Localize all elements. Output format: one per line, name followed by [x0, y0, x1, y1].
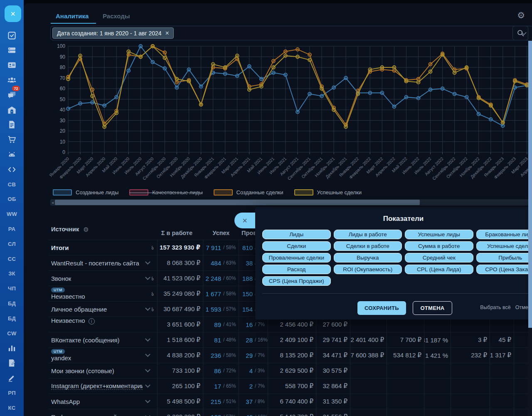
- sidebar-item-code[interactable]: [0, 163, 24, 176]
- chevron-down-icon[interactable]: [145, 367, 150, 372]
- svg-text:10: 10: [60, 139, 66, 145]
- metric-toggle-button[interactable]: CPS (Цена Продажи): [262, 276, 331, 286]
- sidebar-item-св[interactable]: СВ: [0, 178, 24, 191]
- sidebar-item-robot[interactable]: [0, 148, 24, 161]
- metric-toggle-button[interactable]: Проваленные сделки: [262, 253, 331, 262]
- vertical-scroll-thumb[interactable]: [528, 41, 532, 328]
- search-button[interactable]: [512, 26, 528, 40]
- table-row[interactable]: Radarrr.ru заявка с сайта2 300 300 ₽163/…: [49, 409, 532, 416]
- metric-toggle-button[interactable]: Расход: [262, 265, 331, 274]
- source-name: Instagram (директ+комментарии): [49, 379, 143, 394]
- chevron-down-icon[interactable]: [145, 352, 150, 357]
- sidebar-item-tasks[interactable]: [0, 29, 24, 42]
- metric-toggle-button[interactable]: Сделки в работе: [334, 241, 402, 251]
- sidebar-item-people[interactable]: [0, 74, 24, 86]
- chevron-down-icon[interactable]: [145, 305, 150, 311]
- source-name: Radarrr.ru заявка с сайта: [49, 409, 143, 416]
- chevron-down-icon[interactable]: [145, 382, 150, 388]
- table-row[interactable]: Instagram (директ+комментарии)265 100 ₽1…: [49, 378, 532, 394]
- revenue-cell: 8 135 200 ₽: [268, 348, 316, 363]
- sidebar-item-contacts[interactable]: [0, 59, 24, 72]
- info-icon[interactable]: i: [89, 318, 95, 324]
- success-cell: 86/ 72%: [203, 363, 239, 378]
- chevron-down-icon[interactable]: [145, 275, 150, 280]
- chevron-down-icon[interactable]: [145, 259, 150, 265]
- cpo-cell: [490, 363, 514, 378]
- horizontal-scroll-thumb[interactable]: [55, 200, 420, 205]
- table-row[interactable]: WhatsApp5 498 500 ₽215/ 51%37/ 8%6 740 4…: [49, 394, 532, 409]
- expense-cell: [387, 409, 424, 416]
- modal-close-button[interactable]: ×: [234, 213, 255, 228]
- table-row[interactable]: UTMyandex4 838 200 ₽236/ 58%29/ 7%8 135 …: [49, 347, 532, 363]
- sidebar-item-document[interactable]: [0, 119, 24, 131]
- roi-cell: [424, 379, 451, 394]
- metric-toggle-button[interactable]: Успешные сделки: [476, 241, 532, 251]
- sidebar-item-cart[interactable]: [0, 134, 24, 146]
- metric-toggle-button[interactable]: Лиды в работе: [334, 230, 402, 239]
- sum-in-progress: 265 100 ₽: [158, 379, 203, 394]
- sidebar-item-сл[interactable]: СЛ: [0, 238, 24, 250]
- svg-text:60: 60: [60, 86, 66, 92]
- avg-check-cell: 34 471 ₽: [316, 348, 350, 363]
- select-all-link[interactable]: Выбрать всё: [480, 305, 511, 310]
- expense-cell: [387, 363, 424, 378]
- sidebar-item-чп[interactable]: ЧП: [0, 282, 24, 295]
- horizontal-scrollbar[interactable]: ◂ ▸: [50, 199, 532, 206]
- metric-toggle-button[interactable]: CPL (Цена Лида): [405, 265, 473, 274]
- tab-expenses[interactable]: Расходы: [103, 12, 130, 20]
- legend-swatch: [53, 189, 72, 196]
- filter-bar[interactable]: Дата создания: 1 янв 2020 - 1 авг 2024 ×: [50, 26, 532, 40]
- chevron-down-icon[interactable]: [145, 413, 150, 416]
- metric-toggle-button[interactable]: Сумма в работе: [405, 241, 473, 251]
- date-filter-chip[interactable]: Дата создания: 1 янв 2020 - 1 авг 2024 ×: [52, 27, 174, 39]
- sidebar-item-бд[interactable]: БД: [0, 297, 24, 310]
- sidebar-item-ра[interactable]: РА: [0, 223, 24, 235]
- metric-toggle-button[interactable]: Успешные лиды: [405, 230, 473, 239]
- sidebar-item-bar-chart[interactable]: [0, 342, 24, 354]
- source-name: UTMyandex: [49, 348, 143, 363]
- sidebar-item-ww[interactable]: WW: [0, 208, 24, 220]
- metric-toggle-button[interactable]: ROI (Окупаемость): [334, 265, 402, 274]
- sidebar-item-cw[interactable]: CW: [0, 327, 24, 339]
- metric-toggle-button[interactable]: Сделки: [262, 241, 331, 251]
- metric-toggle-button[interactable]: Выручка: [334, 253, 402, 262]
- settings-gear-icon[interactable]: ⚙: [517, 10, 525, 20]
- svg-text:50: 50: [60, 97, 66, 102]
- sidebar-item-об[interactable]: ОБ: [0, 193, 24, 206]
- metric-toggle-button[interactable]: Прибыль: [476, 253, 532, 262]
- sidebar-close-button[interactable]: ×: [5, 5, 21, 22]
- table-row[interactable]: Мои звонки (сотовые)733 100 ₽86/ 72%4/ 3…: [49, 363, 532, 378]
- cpl-cell: [451, 379, 490, 394]
- sidebar-item-сс[interactable]: СС: [0, 253, 24, 265]
- sidebar-item-warehouse[interactable]: [0, 104, 24, 116]
- legend-item[interactable]: Успешные сделки: [294, 189, 362, 196]
- sidebar-item-кс[interactable]: КС: [0, 401, 24, 414]
- legend-item[interactable]: Качественные лиды: [129, 189, 202, 196]
- chevron-down-icon[interactable]: [145, 336, 150, 342]
- expense-cell: 534 812 ₽: [387, 348, 424, 363]
- success-cell: 163/ 57%: [203, 409, 239, 416]
- cpo-cell: [490, 379, 514, 394]
- metric-toggle-button[interactable]: Лиды: [262, 230, 331, 239]
- chip-close-icon[interactable]: ×: [165, 30, 169, 37]
- metric-toggle-button[interactable]: CPO (Цена Заказа): [476, 265, 532, 274]
- metric-toggle-button[interactable]: Средний чек: [405, 253, 473, 262]
- metric-toggle-button[interactable]: Бракованные лиды: [476, 230, 532, 239]
- sidebar-item-doc-edit[interactable]: [0, 357, 24, 369]
- sidebar-item-зк[interactable]: ЗК: [0, 267, 24, 280]
- column-settings-gear-icon[interactable]: ⚙: [83, 226, 89, 233]
- table-row[interactable]: ВКонтакте (сообщения)1 518 600 ₽81/ 48%2…: [49, 332, 532, 347]
- sidebar-item-chat[interactable]: 72: [0, 89, 24, 101]
- scroll-left-icon[interactable]: ◂: [50, 199, 55, 206]
- save-button[interactable]: СОХРАНИТЬ: [357, 301, 406, 315]
- legend-item[interactable]: Созданные лиды: [53, 189, 118, 196]
- sidebar-item-drive[interactable]: [0, 44, 24, 57]
- legend-item[interactable]: Созданные сделки: [214, 189, 283, 196]
- chevron-down-icon[interactable]: [145, 398, 150, 403]
- sidebar-item-pencil[interactable]: [0, 371, 24, 384]
- sidebar-item-бд[interactable]: БД: [0, 312, 24, 324]
- tab-analytics[interactable]: Аналитика: [56, 12, 89, 20]
- sidebar-item-рп[interactable]: РП: [0, 386, 24, 399]
- cancel-button[interactable]: ОТМЕНА: [413, 301, 452, 315]
- vertical-scrollbar[interactable]: [528, 40, 532, 416]
